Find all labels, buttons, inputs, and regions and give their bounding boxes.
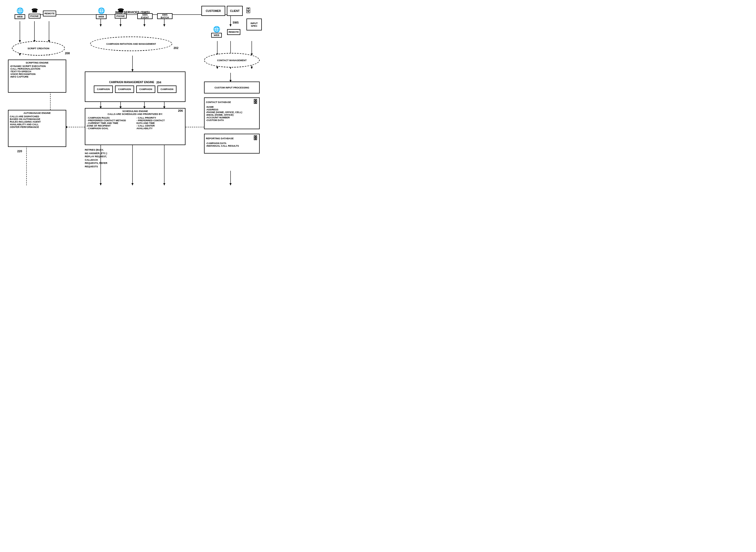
sched-item-1: - CAMPAIGN RULES [87,117,134,119]
scripting-engine-title: SCRIPTING ENGINE [10,61,65,64]
phone-symbol-left: ☎ [31,8,38,13]
sws-batch-label: SWS BATCH [157,13,173,19]
client-label: CLIENT [230,10,239,12]
web-label-left: WEB [15,14,25,19]
sws-right-label: SWS [233,21,239,24]
client-box: CLIENT [227,6,243,16]
web-label-mid: WEB [96,14,107,19]
scheduling-engine-box: SCHEDULING ENGINE CALLS ARE SCHEDULED AN… [85,108,186,145]
input-spec-box: INPUT SPEC [246,18,262,30]
sched-ritem-3: DATA AND TIME [136,122,184,124]
svg-marker-2 [100,24,102,26]
svg-marker-4 [119,24,122,26]
ref-220: 220 [17,150,22,153]
sws-event-icon: SWS EVENT [137,13,153,19]
automanage-item-2: BASED ON AUTOMANAGE [10,118,40,121]
contact-mgmt-ellipse: CONTACT MANAGEMENT [204,53,260,67]
sched-ritem-2: - PREFERRED CONTACT [136,119,184,122]
campaign-box-2: CAMPAIGN [115,86,134,93]
sched-ritem-1: - CALL PRIORITY [136,117,184,119]
contact-item-4: -EMAIL (HOME, OFFICE) [206,114,233,116]
globe-icon-right: 🌐 [213,26,220,32]
svg-marker-62 [229,183,232,185]
sws-batch-icon: SWS BATCH [157,13,173,19]
campaign-box-3: CAMPAIGN [136,86,155,93]
automanage-item-5: CENTER PERFORMANCE [10,126,39,128]
contact-item-1: -NAME [206,106,214,108]
svg-marker-18 [19,53,21,55]
sched-item-2: - PREFERRED CONTACT METHOD [87,119,134,122]
globe-icon-left: 🌐 [16,8,24,14]
remote-icon-left: REMOTE [42,11,57,16]
scripting-item-1: -DYNAMIC SCRIPT EXECUTION [10,65,46,67]
remote-icon-right: REMOTE [227,29,241,35]
web-icon-left: 🌐 WEB [13,8,27,19]
scripting-engine-box: SCRIPTING ENGINE -DYNAMIC SCRIPT EXECUTI… [8,59,66,93]
sched-item-5: - CAMPAIGN GOAL [87,127,134,130]
remote-label-right: REMOTE [227,29,240,35]
customer-label: CUSTOMER [206,10,221,12]
scripting-item-4: -VOICE RECOGNITION [10,73,35,76]
automanage-engine-box: AUTOMANAGE ENGINE CALLS ARE DISPATCHED B… [8,110,66,147]
scheduling-title: SCHEDULING ENGINE [87,110,184,113]
ref-202: 202 [174,46,178,49]
svg-marker-40 [163,183,166,185]
phone-symbol-mid: ☎ [117,8,124,13]
reporting-db-title: REPORTING DATABASE [206,137,234,140]
remote-label-left: REMOTE [43,11,56,16]
db-icon-contact: 🗄 [253,99,258,105]
svg-marker-10 [229,24,232,26]
campaign-mgmt-title: CAMPAIGN MANAGEMENT ENGINE [109,81,154,84]
phone-label-left: PHONE [29,14,40,18]
svg-marker-12 [19,40,21,42]
db-icon-reporting: 🗄 [253,136,258,141]
automanage-item-1: CALLS ARE DISPATCHED [10,115,39,118]
sws-event-label: SWS EVENT [137,13,152,19]
automanage-item-4: AVAILABILITY AND CALL [10,123,39,126]
web-label-right: WEB [211,33,222,38]
contact-item-2: -ADDRESS [206,108,218,111]
svg-marker-38 [131,183,133,185]
report-item-2: -INDIVIDUAL CALL RESULTS [206,145,239,147]
contact-db-title: CONTACT DATABASE [206,101,231,104]
reporting-db-box: REPORTING DATABASE 🗄 -CAMPAIGN DATA -IND… [204,134,260,154]
campaign-box-1: CAMPAIGN [94,86,113,93]
retry-text: RETRIES (BUSY,NO ANSWER, ETC.)REPLAY REQ… [85,148,135,168]
ref-208: 208 [65,52,70,55]
svg-marker-56 [216,67,218,69]
campaign-mgmt-engine-box: CAMPAIGN MANAGEMENT ENGINE 204 CAMPAIGN … [85,72,186,102]
report-item-1: -CAMPAIGN DATA [206,142,227,145]
scripting-item-2: -CALL PERSONALIZATION [10,67,40,70]
phone-icon-left: ☎ PHONE [27,8,41,18]
svg-marker-26 [131,70,133,72]
scripting-item-5: -INFO CAPTURE [10,76,29,78]
campaign-initiation-ellipse: CAMPAIGN INITIATION AND MANAGEMENT [90,36,172,51]
contact-db-box: CONTACT DATABASE 🗄 -NAME -ADDRESS -PHONE… [204,98,260,129]
diagram-container: WEB SERVICES (SWS) 🌐 WEB ☎ PHONE REMOTE … [0,0,265,193]
automanage-item-3: RULES INCLUDING AGENT [10,121,41,123]
phone-icon-mid: ☎ PHONE [113,8,128,18]
scheduling-subtitle: CALLS ARE SCHEDULED AND PRIORITIZED BY: [87,113,184,115]
sched-item-3: - CURRENT TIME AND TIME [87,122,134,124]
custom-input-box: CUSTOM INPUT PROCESSING [204,82,260,94]
scheduling-right-items: - CALL PRIORITY - PREFERRED CONTACT DATA… [136,117,184,130]
web-icon-mid: 🌐 WEB [94,8,108,19]
phone-label-mid: PHONE [115,14,127,18]
campaign-box-4: CAMPAIGN [157,86,177,93]
contact-item-5: -ACCOUNT NUMBER [206,116,230,119]
automanage-title: AUTOMANAGE ENGINE [10,112,65,114]
scripting-item-3: -TEXT-TO-SPEECH [10,70,31,73]
svg-marker-60 [251,67,253,69]
svg-marker-6 [143,24,145,26]
ref-206: 206 [178,109,183,112]
svg-marker-36 [100,183,102,185]
contact-item-6: -CUSTOM DATA [206,119,224,122]
contact-item-3: -PHONE (HOME, OFFICE, CELL) [206,111,242,114]
sched-ritem-5: AVAILABILITY [136,127,184,130]
scheduling-left-items: - CAMPAIGN RULES - PREFERRED CONTACT MET… [87,117,134,130]
web-icon-right: 🌐 WEB [209,26,224,38]
ref-204: 204 [156,81,161,84]
db-icon-customer: 🗄 [245,7,251,14]
customer-box: CUSTOMER [201,6,225,16]
sched-item-4: ZONE OF RECIPIENT [87,124,134,127]
